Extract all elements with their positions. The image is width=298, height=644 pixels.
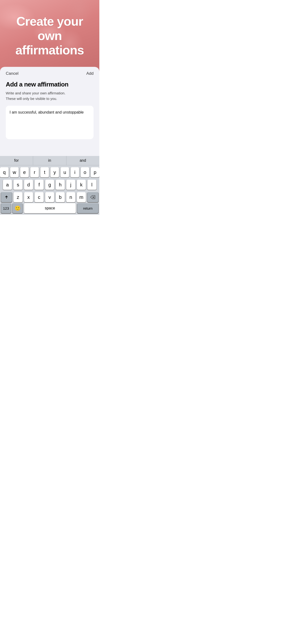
title-line1: Create your [16, 14, 83, 28]
keyboard-suggestions: for in and [0, 156, 99, 165]
key-l[interactable]: l [87, 180, 96, 190]
main-title: Create your own affirmations [7, 14, 92, 57]
key-k[interactable]: k [77, 180, 86, 190]
key-b[interactable]: b [56, 192, 65, 202]
key-p[interactable]: p [91, 167, 99, 177]
modal-toolbar: Cancel Add [0, 67, 99, 78]
key-r[interactable]: r [30, 167, 39, 177]
key-j[interactable]: j [66, 180, 75, 190]
header-area: Create your own affirmations [0, 0, 99, 64]
key-h[interactable]: h [56, 180, 65, 190]
num-key[interactable]: 123 [1, 203, 11, 213]
suggestion-and[interactable]: and [66, 156, 99, 165]
title-line2: own affirmations [15, 29, 84, 57]
cancel-button[interactable]: Cancel [6, 71, 19, 76]
suggestion-in[interactable]: in [33, 156, 66, 165]
suggestion-for[interactable]: for [0, 156, 33, 165]
modal-description: Write and share your own affirmation. Th… [6, 90, 94, 101]
emoji-key[interactable]: 🙂 [13, 203, 23, 213]
key-row-2: a s d f g h j k l [1, 180, 98, 190]
key-c[interactable]: c [35, 192, 44, 202]
key-v[interactable]: v [45, 192, 54, 202]
key-f[interactable]: f [35, 180, 44, 190]
keyboard-rows: q w e r t y u i o p a s d f g [0, 165, 99, 203]
key-m[interactable]: m [77, 192, 86, 202]
return-key[interactable]: return [77, 203, 98, 213]
key-w[interactable]: w [10, 167, 19, 177]
key-q[interactable]: q [0, 167, 9, 177]
key-e[interactable]: e [20, 167, 29, 177]
app-container: Create your own affirmations Cancel Add … [0, 0, 99, 215]
add-button[interactable]: Add [86, 71, 94, 76]
backspace-key[interactable] [87, 192, 98, 202]
key-row-3: z x c v b n m [1, 192, 98, 202]
key-d[interactable]: d [24, 180, 33, 190]
bottom-row: 123 🙂 space return [0, 203, 99, 215]
keyboard-area: for in and q w e r t y u i o p [0, 156, 99, 215]
modal-content: Add a new affirmation Write and share yo… [0, 78, 99, 156]
key-g[interactable]: g [45, 180, 54, 190]
key-u[interactable]: u [60, 167, 69, 177]
space-key[interactable]: space [24, 203, 76, 213]
key-x[interactable]: x [24, 192, 33, 202]
key-z[interactable]: z [14, 192, 23, 202]
modal-heading: Add a new affirmation [6, 81, 94, 88]
key-y[interactable]: y [50, 167, 59, 177]
affirmation-input[interactable] [6, 106, 94, 139]
shift-key[interactable] [1, 192, 12, 202]
modal-sheet: Cancel Add Add a new affirmation Write a… [0, 67, 99, 215]
key-i[interactable]: i [71, 167, 79, 177]
key-t[interactable]: t [40, 167, 49, 177]
key-o[interactable]: o [81, 167, 89, 177]
key-s[interactable]: s [14, 180, 23, 190]
key-row-1: q w e r t y u i o p [1, 167, 98, 177]
key-n[interactable]: n [66, 192, 75, 202]
key-a[interactable]: a [3, 180, 12, 190]
